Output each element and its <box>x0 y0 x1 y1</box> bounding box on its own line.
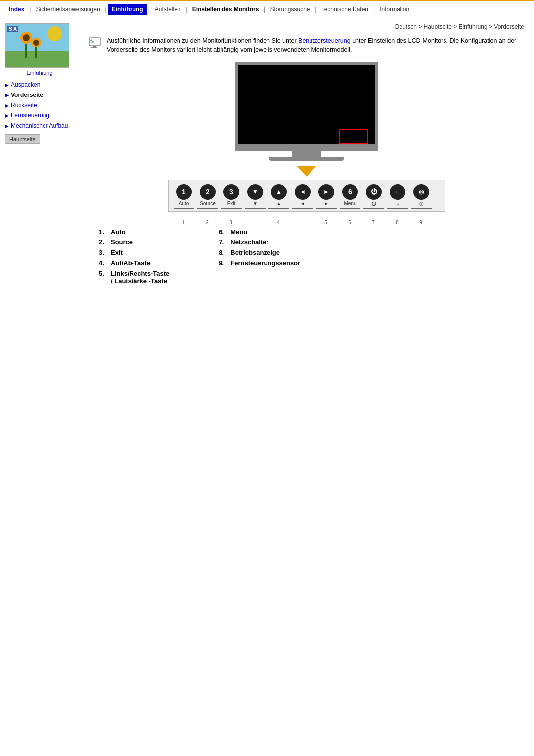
desc-item-1: 1. Auto <box>99 228 169 236</box>
btn-circle-9[interactable]: ◎ <box>413 184 429 200</box>
sidebar-image: S A <box>5 23 69 68</box>
btn-circle-4down[interactable]: ▼ <box>247 184 263 200</box>
nav-technisch[interactable]: Technische Daten <box>317 4 372 15</box>
benutzersteuerung-link[interactable]: Benutzersteuerung <box>298 37 351 44</box>
nav-einstellen[interactable]: Einstellen des Monitors <box>188 4 263 15</box>
btn-circle-3[interactable]: 3 <box>223 184 239 200</box>
btn-label-4up: ▲ <box>276 201 281 206</box>
btn-label-5right: ► <box>324 201 329 206</box>
down-arrow-container <box>89 166 524 177</box>
button-panel: 1 Auto 2 Source 3 Exit <box>168 180 445 212</box>
intro-section: ✓ 🔧 Ausführliche Informationen zu den Mo… <box>89 36 524 55</box>
intro-text-before: Ausführliche Informationen zu den Monito… <box>107 37 298 44</box>
btn-5-left: ◄ ◄ <box>292 184 313 209</box>
nav-aufstellen[interactable]: Aufstellen <box>151 4 185 15</box>
sidebar: S A Einführung ▶ Auspacken ▶ Vorderseite… <box>0 23 79 284</box>
btn-circle-8[interactable]: ○ <box>390 184 405 200</box>
arrow-icon: ▶ <box>5 102 9 109</box>
desc-num-6: 6. <box>219 228 228 236</box>
arrow-icon: ▶ <box>5 82 9 89</box>
btn-circle-4up[interactable]: ▲ <box>271 184 287 200</box>
btn-label-4down: ▼ <box>253 201 258 206</box>
sidebar-fernsteuerung[interactable]: ▶ Fernsteuerung <box>5 110 74 121</box>
btn-num-3: 3 <box>221 220 241 225</box>
btn-circle-5left[interactable]: ◄ <box>295 184 311 200</box>
btn-num-6: 6 <box>339 220 360 225</box>
btn-label-2: Source <box>200 201 216 206</box>
svg-point-6 <box>23 34 30 41</box>
arrow-icon: ▶ <box>5 92 9 99</box>
sidebar-ruckseite-label: Rückseite <box>11 101 37 110</box>
btn-7-power: ⏻ ⏻ <box>363 184 384 209</box>
btn-circle-6[interactable]: 6 <box>342 184 358 200</box>
sidebar-ruckseite[interactable]: ▶ Rückseite <box>5 100 74 111</box>
btn-2-source: 2 Source <box>197 184 218 209</box>
nav-einfuhrung[interactable]: Einführung <box>108 4 147 15</box>
btn-circle-2[interactable]: 2 <box>200 184 216 200</box>
desc-item-2: 2. Source <box>99 238 169 246</box>
desc-num-9: 9. <box>219 259 228 267</box>
desc-item-6: 6. Menu <box>219 228 300 236</box>
nav-sicherheit[interactable]: Sicherheitsanweisungen <box>32 4 104 15</box>
desc-num-8: 8. <box>219 249 228 256</box>
btn-label-3: Exit <box>227 201 236 206</box>
svg-point-2 <box>47 26 62 41</box>
desc-item-3: 3. Exit <box>99 249 169 256</box>
intro-text: Ausführliche Informationen zu den Monito… <box>107 36 524 55</box>
monitor-illustration <box>89 62 524 161</box>
monitor-screen <box>235 62 378 151</box>
sidebar-auspacken[interactable]: ▶ Auspacken <box>5 80 74 90</box>
monitor-outer <box>235 62 378 161</box>
sidebar-auspacken-label: Auspacken <box>11 81 40 89</box>
sidebar-vorderseite[interactable]: ▶ Vorderseite <box>5 90 74 100</box>
desc-text-3: Exit <box>111 249 123 256</box>
desc-item-7: 7. Netzschalter <box>219 238 300 246</box>
btn-num-1: 1 <box>173 220 194 225</box>
sidebar-image-label: Einführung <box>5 70 74 76</box>
btn-num-9: 9 <box>410 220 431 225</box>
btn-9-sensor: ◎ ◎ <box>411 184 432 209</box>
desc-item-8: 8. Betriebsanzeige <box>219 249 300 256</box>
top-nav: Index | Sicherheitsanweisungen | Einführ… <box>0 0 534 18</box>
svg-rect-10 <box>93 46 96 47</box>
sidebar-vorderseite-label: Vorderseite <box>11 91 43 99</box>
btn-label-1: Auto <box>179 201 189 206</box>
svg-rect-11 <box>91 47 97 48</box>
desc-text-9: Fernsteuerungssensor <box>230 259 300 267</box>
down-arrow-icon <box>297 166 316 177</box>
btn-1-auto: 1 Auto <box>174 184 194 209</box>
button-panel-wrap: 1 Auto 2 Source 3 Exit <box>89 180 524 212</box>
description-section: 1. Auto 2. Source 3. Exit 4. Auf/Ab-Tast… <box>99 228 524 284</box>
content-area: Deutsch > Hauptseite > Einführung > Vord… <box>79 23 534 284</box>
breadcrumb: Deutsch > Hauptseite > Einführung > Vord… <box>89 23 524 30</box>
desc-num-7: 7. <box>219 238 228 246</box>
sidebar-sa-label: S A <box>7 26 18 32</box>
sidebar-fernsteuerung-label: Fernsteuerung <box>11 111 49 120</box>
hauptseite-button[interactable]: Hauptseite <box>5 134 40 144</box>
btn-num-5b: 5 <box>315 220 336 225</box>
btn-num-2: 2 <box>197 220 218 225</box>
info-icon: ✓ 🔧 <box>89 37 103 51</box>
monitor-foot <box>269 157 344 161</box>
btn-circle-7[interactable]: ⏻ <box>366 184 382 200</box>
desc-item-9: 9. Fernsteuerungssensor <box>219 259 300 267</box>
btn-num-8: 8 <box>387 220 407 225</box>
main-container: S A Einführung ▶ Auspacken ▶ Vorderseite… <box>0 18 534 289</box>
monitor-neck <box>292 151 321 157</box>
nav-stoerung[interactable]: Störungssuche <box>266 4 313 15</box>
nav-information[interactable]: Information <box>376 4 413 15</box>
desc-text-7: Netzschalter <box>230 238 268 246</box>
desc-text-2: Source <box>111 238 133 246</box>
nav-index[interactable]: Index <box>5 4 28 15</box>
desc-num-4: 4. <box>99 259 109 267</box>
btn-circle-1[interactable]: 1 <box>176 184 192 200</box>
btn-num-4a <box>244 220 265 225</box>
btn-num-5a <box>292 220 312 225</box>
btn-num-7: 7 <box>363 220 384 225</box>
btn-circle-5right[interactable]: ► <box>318 184 334 200</box>
sidebar-mechanisch[interactable]: ▶ Mechanischer Aufbau <box>5 121 74 131</box>
desc-text-1: Auto <box>111 228 126 236</box>
btn-label-5left: ◄ <box>300 201 305 206</box>
desc-num-2: 2. <box>99 238 109 246</box>
btn-num-4b: 4 <box>268 220 289 225</box>
